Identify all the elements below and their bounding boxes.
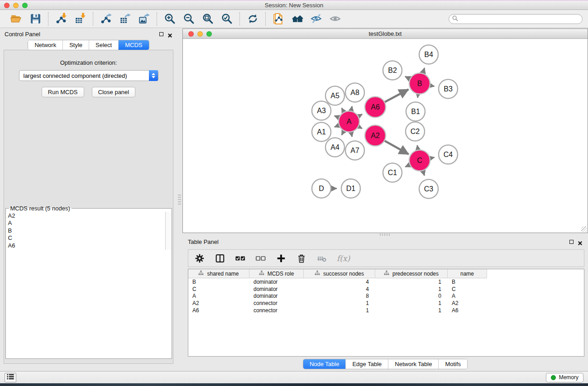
zoom-selected-button[interactable]: [220, 13, 233, 25]
table-cell: A6: [448, 307, 487, 314]
grid-delete-button[interactable]: [316, 253, 327, 264]
graph-node-A2[interactable]: A2: [365, 125, 386, 146]
graph-node-C2[interactable]: C2: [406, 122, 425, 141]
graph-node-A6[interactable]: A6: [365, 97, 386, 118]
graph-node-C[interactable]: C: [409, 150, 430, 171]
toolbar-group: [4, 13, 48, 25]
export-table-button[interactable]: [119, 13, 131, 25]
import-table-button[interactable]: [74, 13, 86, 25]
table-row[interactable]: A2connector11A2: [188, 300, 584, 307]
gear-button[interactable]: [194, 253, 205, 264]
graph-node-A5[interactable]: A5: [325, 86, 344, 105]
table-row[interactable]: Cdominator41C: [188, 286, 584, 293]
mcds-result-item[interactable]: A: [8, 219, 163, 227]
resize-grip[interactable]: [581, 226, 587, 232]
graph-node-A3[interactable]: A3: [312, 101, 331, 120]
column-header-name[interactable]: name: [448, 269, 487, 278]
checked-boxes-button[interactable]: [235, 253, 246, 264]
show-panels-button[interactable]: [5, 373, 16, 382]
memory-button[interactable]: Memory: [546, 373, 583, 382]
column-header-label: shared name: [207, 271, 239, 277]
table-float-panel-icon[interactable]: [569, 240, 574, 244]
graph-node-B3[interactable]: B3: [439, 80, 458, 99]
application-window: Session: New Session Control Panel: [0, 0, 588, 386]
close-panel-button[interactable]: Close panel: [92, 87, 136, 97]
tab-network[interactable]: Network: [28, 40, 63, 50]
graph-node-B1[interactable]: B1: [406, 102, 425, 121]
export-network-button[interactable]: [100, 13, 112, 25]
close-panel-icon[interactable]: [167, 32, 172, 37]
graph-node-A4[interactable]: A4: [325, 138, 344, 157]
horizontal-splitter[interactable]: [182, 233, 588, 236]
columns-button[interactable]: [215, 253, 225, 264]
network-maximize-traffic-light[interactable]: [206, 31, 212, 37]
minimize-traffic-light[interactable]: [13, 3, 19, 8]
graph-node-C3[interactable]: C3: [419, 180, 438, 199]
column-header-predecessor-nodes[interactable]: predecessor nodes: [375, 269, 448, 278]
unchecked-boxes-button[interactable]: [255, 253, 266, 264]
table-tab-edge-table[interactable]: Edge Table: [346, 359, 388, 369]
table-tab-node-table[interactable]: Node Table: [303, 359, 346, 369]
vertical-splitter[interactable]: [177, 28, 182, 371]
tab-style[interactable]: Style: [63, 40, 89, 50]
graph-node-C1[interactable]: C1: [383, 163, 402, 182]
graph-node-A7[interactable]: A7: [345, 141, 364, 160]
maximize-traffic-light[interactable]: [22, 3, 28, 8]
table-tab-network-table[interactable]: Network Table: [388, 359, 439, 369]
run-mcds-button[interactable]: Run MCDS: [42, 87, 84, 97]
table-row[interactable]: Adominator80A: [188, 293, 584, 300]
close-traffic-light[interactable]: [4, 3, 10, 8]
mcds-result-item[interactable]: B: [8, 227, 163, 234]
table-row[interactable]: Bdominator41B: [188, 278, 584, 286]
zoom-fit-button[interactable]: [201, 13, 214, 25]
table-cell: dominator: [249, 279, 304, 285]
graph-node-B4[interactable]: B4: [419, 45, 438, 64]
search-box[interactable]: [449, 14, 583, 24]
save-button[interactable]: [29, 13, 42, 25]
graph-edge-A2-C[interactable]: [383, 140, 408, 154]
graph-node-B2[interactable]: B2: [383, 61, 402, 80]
network-minimize-traffic-light[interactable]: [197, 31, 203, 37]
zoom-in-button[interactable]: [163, 13, 176, 25]
column-header-shared-name[interactable]: shared name: [188, 269, 249, 278]
table-cell: A2: [448, 300, 487, 306]
table-close-panel-icon[interactable]: [578, 239, 583, 244]
search-input[interactable]: [460, 16, 579, 22]
table-cell: 1: [375, 279, 448, 285]
open-folder-button[interactable]: [10, 13, 23, 25]
import-network-button[interactable]: [55, 13, 67, 25]
tab-select[interactable]: Select: [89, 40, 119, 50]
graph-node-A1[interactable]: A1: [312, 123, 331, 142]
zoom-out-button[interactable]: [182, 13, 195, 25]
criterion-dropdown[interactable]: largest connected component (directed): [19, 70, 158, 81]
graph-node-A[interactable]: A: [339, 111, 359, 132]
graph-edge-A6-B[interactable]: [384, 90, 409, 103]
graph-node-A8[interactable]: A8: [345, 83, 364, 102]
plus-button[interactable]: [276, 253, 287, 264]
column-header-successor-nodes[interactable]: successor nodes: [304, 269, 375, 278]
eye-slash-button[interactable]: [310, 13, 323, 25]
table-tab-motifs[interactable]: Motifs: [439, 359, 467, 369]
network-canvas[interactable]: AA1A2A3A4A5A6A7A8BB1B2B3B4CC1C2C3C4DD1: [183, 39, 588, 233]
mcds-result-item[interactable]: A2: [8, 212, 163, 219]
mcds-list-scrollbar[interactable]: [165, 212, 172, 250]
mcds-result-item[interactable]: A6: [8, 242, 163, 249]
graph-node-D[interactable]: D: [312, 179, 331, 198]
trash-button[interactable]: [296, 253, 307, 264]
network-document-button[interactable]: [272, 13, 285, 25]
mcds-result-item[interactable]: C: [8, 234, 163, 242]
network-close-traffic-light[interactable]: [188, 31, 194, 37]
float-panel-icon[interactable]: [159, 32, 163, 36]
houses-button[interactable]: [291, 13, 304, 25]
graph-node-D1[interactable]: D1: [341, 179, 360, 198]
network-view-titlebar[interactable]: testGlobe.txt: [183, 29, 588, 39]
graph-node-C4[interactable]: C4: [439, 145, 458, 164]
column-header-MCDS-role[interactable]: MCDS role: [249, 269, 304, 278]
eye-button[interactable]: [329, 13, 342, 25]
function-builder-button[interactable]: f(x): [337, 254, 350, 263]
refresh-button[interactable]: [246, 13, 259, 25]
graph-node-B[interactable]: B: [409, 73, 430, 94]
tab-mcds[interactable]: MCDS: [119, 40, 148, 50]
table-row[interactable]: A6connector11A6: [188, 307, 584, 314]
export-image-button[interactable]: [138, 13, 150, 25]
